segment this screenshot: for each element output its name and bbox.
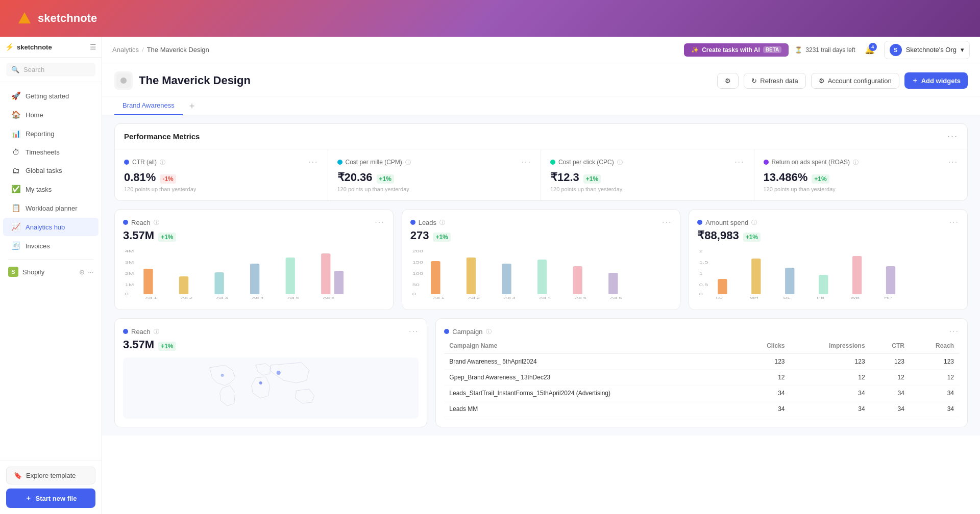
metrics-grid: CTR (all) ⓘ ··· 0.81% -1% 120 points up [115, 149, 967, 200]
sidebar-item-label: Timesheets [26, 148, 60, 156]
chart-more-button[interactable]: ··· [409, 327, 419, 336]
amount-chart-card: Amount spend ⓘ ··· ₹88,983 +1% 2 [689, 209, 968, 310]
search-box[interactable]: 🔍 Search [6, 63, 95, 76]
shopify-more-icon[interactable]: ··· [88, 268, 93, 276]
svg-text:0: 0 [412, 292, 415, 296]
info-icon[interactable]: ⓘ [160, 159, 165, 166]
chart-header: Amount spend ⓘ ··· [697, 218, 959, 227]
notifications-button[interactable]: 🔔 4 [862, 42, 878, 58]
my-tasks-icon: ✅ [11, 185, 20, 194]
chart-more-button[interactable]: ··· [949, 327, 959, 336]
svg-rect-9 [179, 276, 188, 294]
svg-point-55 [259, 381, 262, 384]
sidebar-brand: ⚡ sketchnote [5, 43, 52, 51]
sidebar-item-home[interactable]: 🏠 Home [3, 106, 99, 124]
main-content: Analytics / The Maverick Design ✨ Create… [102, 37, 980, 514]
amount-chart-svg: 2 1.5 1 0.5 0 RJ [697, 248, 959, 299]
shopify-add-icon[interactable]: ⊕ [79, 268, 85, 276]
filter-button[interactable]: ⚙ [717, 73, 739, 89]
invoices-icon: 🧾 [11, 241, 20, 250]
tab-brand-awareness[interactable]: Brand Awareness [114, 96, 183, 115]
sidebar-item-analytics-hub[interactable]: 📈 Analytics hub [3, 218, 99, 236]
sidebar-item-label: Analytics hub [26, 223, 65, 231]
svg-point-57 [221, 374, 224, 377]
gear-icon: ⚙ [819, 77, 825, 85]
svg-text:1.5: 1.5 [699, 261, 708, 264]
metric-value-row: ₹12.3 +1% [550, 171, 745, 184]
chart-title: Reach [131, 328, 151, 336]
info-icon[interactable]: ⓘ [617, 159, 623, 166]
metric-name-area: Return on ads spent (ROAS) ⓘ [764, 159, 859, 166]
org-name: Sketchnote's Org [906, 46, 957, 54]
analytics-hub-icon: 📈 [11, 222, 20, 232]
chart-info-icon[interactable]: ⓘ [154, 328, 159, 336]
home-icon: 🏠 [11, 110, 20, 119]
explore-template-button[interactable]: 🔖 Explore template [6, 467, 95, 484]
metric-ctr: CTR (all) ⓘ ··· 0.81% -1% 120 points up [115, 149, 328, 200]
chart-info-icon[interactable]: ⓘ [486, 328, 492, 336]
svg-rect-48 [886, 266, 895, 294]
svg-text:Ad 2: Ad 2 [181, 296, 193, 299]
metric-more-button[interactable]: ··· [734, 158, 744, 167]
table-row[interactable]: Brand Awareness_ 5thApril2024 123 123 12… [444, 354, 959, 370]
chart-info-icon[interactable]: ⓘ [751, 219, 757, 226]
chart-more-button[interactable]: ··· [949, 218, 959, 227]
sidebar-item-workload-planner[interactable]: 📋 Workload planner [3, 199, 99, 217]
svg-text:1: 1 [699, 272, 703, 275]
breadcrumb-project: The Maverick Design [147, 46, 209, 54]
refresh-data-button[interactable]: ↻ Refresh data [744, 73, 805, 89]
metric-more-button[interactable]: ··· [308, 158, 318, 167]
sidebar-toggle[interactable]: ☰ [90, 43, 96, 51]
sidebar-item-getting-started[interactable]: 🚀 Getting started [3, 87, 99, 105]
chart-info-icon[interactable]: ⓘ [154, 219, 159, 226]
add-widgets-label: Add widgets [921, 77, 961, 85]
sidebar-item-my-tasks[interactable]: ✅ My tasks [3, 180, 99, 198]
sidebar-item-shopify[interactable]: S Shopify ⊕ ··· [0, 264, 102, 280]
chart-more-button[interactable]: ··· [375, 218, 384, 227]
sidebar-search-area[interactable]: 🔍 Search [0, 58, 102, 82]
filter-icon: ⚙ [725, 77, 731, 85]
add-widgets-button[interactable]: ＋ Add widgets [904, 72, 968, 89]
section-more-button[interactable]: ··· [947, 131, 958, 142]
metric-change: +1% [583, 174, 601, 184]
sidebar: ⚡ sketchnote ☰ 🔍 Search 🚀 Getting starte… [0, 37, 102, 514]
svg-text:Ad 6: Ad 6 [323, 296, 335, 299]
metric-name: Return on ads spent (ROAS) [772, 159, 850, 166]
col-ctr: CTR [870, 338, 910, 354]
dashboard-title-area: The Maverick Design [114, 71, 251, 90]
metric-value-row: 0.81% -1% [124, 171, 318, 184]
svg-text:3M: 3M [125, 261, 134, 264]
metric-more-button[interactable]: ··· [948, 158, 958, 167]
svg-rect-10 [214, 272, 224, 294]
info-icon[interactable]: ⓘ [853, 159, 859, 166]
chart-more-button[interactable]: ··· [662, 218, 672, 227]
metric-change: +1% [812, 174, 829, 184]
metric-more-button[interactable]: ··· [522, 158, 531, 167]
info-icon[interactable]: ⓘ [405, 159, 411, 166]
create-tasks-button[interactable]: ✨ Create tasks with AI BETA [684, 43, 789, 57]
sidebar-item-reporting[interactable]: 📊 Reporting [3, 124, 99, 143]
cell-campaign-name: Brand Awareness_ 5thApril2024 [444, 354, 741, 370]
sidebar-item-timesheets[interactable]: ⏱ Timesheets [3, 143, 99, 161]
chart-title: Amount spend [705, 219, 748, 226]
svg-rect-26 [431, 261, 440, 294]
sidebar-item-invoices[interactable]: 🧾 Invoices [3, 237, 99, 255]
chart-title-area: Reach ⓘ [123, 328, 159, 336]
chart-info-icon[interactable]: ⓘ [439, 219, 445, 226]
sidebar-brand-bar: ⚡ sketchnote ☰ [0, 37, 102, 58]
start-new-button[interactable]: ＋ Start new file [6, 489, 95, 508]
table-row[interactable]: Gpep_Brand Awareness_ 13thDec23 12 12 12… [444, 370, 959, 386]
metric-header: Return on ads spent (ROAS) ⓘ ··· [764, 158, 959, 167]
metric-dot [337, 160, 342, 165]
chart-title: Reach [131, 219, 151, 226]
account-config-button[interactable]: ⚙ Account configuration [811, 73, 899, 89]
sidebar-item-label: Reporting [26, 130, 54, 138]
table-row[interactable]: Leads_StartTrail_InstantForms_15thApril2… [444, 386, 959, 401]
dashboard-logo-svg [116, 73, 131, 88]
beta-badge: BETA [763, 46, 781, 53]
tab-add-button[interactable]: ＋ [185, 98, 199, 113]
sidebar-item-global-tasks[interactable]: 🗂 Global tasks [3, 162, 99, 179]
table-row[interactable]: Leads MM 34 34 34 34 [444, 401, 959, 417]
org-selector[interactable]: S Sketchnote's Org ▾ [884, 41, 970, 59]
app-name: sketchnote [38, 12, 97, 25]
